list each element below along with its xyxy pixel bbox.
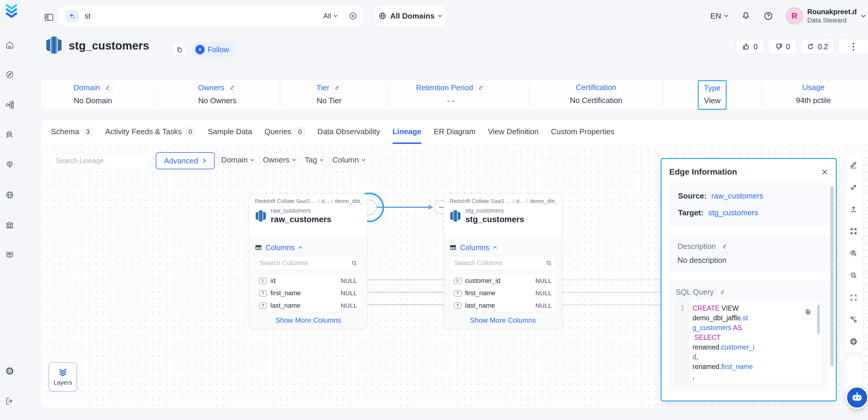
target-link[interactable]: stg_customers bbox=[708, 208, 758, 217]
column-row[interactable]: Tfirst_nameNULL bbox=[450, 287, 556, 299]
column-row[interactable]: 1:customer_idNULL bbox=[450, 275, 556, 287]
tab-custom-properties[interactable]: Custom Properties bbox=[551, 119, 614, 144]
more-actions-button[interactable] bbox=[838, 39, 868, 54]
tab-queries[interactable]: Queries0 bbox=[265, 119, 305, 144]
column-row[interactable]: Tlast_nameNULL bbox=[255, 299, 361, 312]
lineage-search-input[interactable] bbox=[56, 157, 144, 165]
source-link[interactable]: raw_customers bbox=[711, 191, 763, 201]
columns-toggle[interactable]: Columns bbox=[255, 243, 362, 252]
global-search-bar[interactable]: All bbox=[59, 5, 364, 27]
search-scope-dropdown[interactable]: All bbox=[323, 12, 338, 20]
close-icon[interactable] bbox=[821, 169, 828, 176]
advanced-search-button[interactable]: Advanced bbox=[156, 152, 215, 169]
filter-column-dropdown[interactable]: Column bbox=[332, 155, 365, 164]
edit-lineage-icon[interactable] bbox=[850, 161, 857, 169]
lineage-node-stg-customers[interactable]: Redshift Collate SaaS .../ d.../ demo_db… bbox=[444, 193, 562, 329]
search-columns-input[interactable] bbox=[454, 259, 543, 267]
notifications-bell-icon[interactable] bbox=[741, 11, 751, 21]
chevron-down-icon bbox=[334, 14, 338, 18]
code-scrollbar[interactable] bbox=[817, 305, 820, 334]
filter-tag-dropdown[interactable]: Tag bbox=[305, 155, 323, 164]
all-domains-button[interactable]: All Domains bbox=[375, 5, 446, 27]
expand-node-icon[interactable] bbox=[850, 183, 857, 191]
chevron-down-icon bbox=[250, 159, 254, 161]
zoom-out-icon[interactable] bbox=[850, 272, 857, 279]
column-row[interactable]: Tfirst_nameNULL bbox=[255, 287, 361, 299]
navbar-right: EN R Rounakpreet.d Data Steward bbox=[711, 6, 866, 25]
tab-view-definition[interactable]: View Definition bbox=[488, 119, 538, 144]
divider bbox=[388, 82, 388, 107]
sql-code-block: 1 CREATE VIEWdemo_dbt_jaffle.stg_custome… bbox=[676, 301, 822, 384]
version-button[interactable]: 0.2 bbox=[801, 39, 834, 54]
export-lineage-icon[interactable] bbox=[850, 206, 857, 213]
ai-sparkle-icon[interactable] bbox=[66, 9, 79, 22]
meta-retention: Retention Period - - bbox=[416, 83, 486, 105]
zoom-in-icon[interactable] bbox=[850, 249, 857, 257]
panel-scrollbar[interactable] bbox=[830, 186, 834, 367]
explore-compass-icon[interactable] bbox=[5, 70, 15, 80]
copy-sql-button[interactable] bbox=[801, 305, 815, 319]
search-columns-box bbox=[450, 256, 556, 270]
governance-bank-icon[interactable] bbox=[5, 220, 15, 230]
show-more-columns-link[interactable]: Show More Columns bbox=[450, 316, 556, 324]
column-row[interactable]: Tlast_nameNULL bbox=[450, 299, 556, 312]
table-icon bbox=[255, 244, 262, 251]
node-body: Columns 1:idNULL Tfirst_nameNULL Tlast_n… bbox=[250, 238, 367, 328]
lineage-settings-gear-icon[interactable] bbox=[850, 338, 857, 346]
tab-data-observability[interactable]: Data Observability bbox=[317, 119, 380, 144]
edit-description-icon[interactable] bbox=[720, 242, 730, 251]
search-input[interactable] bbox=[84, 11, 318, 21]
edit-sql-icon[interactable] bbox=[718, 287, 727, 297]
user-name: Rounakpreet.d bbox=[807, 7, 857, 16]
column-row[interactable]: 1:idNULL bbox=[255, 275, 361, 287]
show-more-columns-link[interactable]: Show More Columns bbox=[255, 316, 362, 324]
logout-icon[interactable] bbox=[5, 397, 15, 406]
help-icon[interactable] bbox=[764, 11, 773, 21]
filter-owners-dropdown[interactable]: Owners bbox=[263, 155, 296, 164]
settings-gear-icon[interactable] bbox=[5, 367, 15, 376]
column-lineage-edge bbox=[367, 304, 444, 305]
edit-domain-icon[interactable] bbox=[103, 83, 112, 92]
user-menu[interactable]: R Rounakpreet.d Data Steward bbox=[786, 7, 866, 25]
filter-domain-dropdown[interactable]: Domain bbox=[221, 155, 254, 164]
lineage-node-raw-customers[interactable]: Redshift Collate SaaS .../ d.../ demo_db… bbox=[249, 193, 367, 329]
node-header: Redshift Collate SaaS .../ d.../ demo_db… bbox=[250, 194, 367, 238]
edit-tier-icon[interactable] bbox=[332, 83, 342, 92]
domains-globe-icon[interactable] bbox=[5, 190, 15, 200]
upvote-button[interactable]: 0 bbox=[736, 39, 764, 54]
follow-button[interactable]: Follow bbox=[192, 42, 235, 57]
edit-owners-icon[interactable] bbox=[227, 83, 237, 92]
edit-retention-icon[interactable] bbox=[476, 83, 486, 92]
glossary-book-icon[interactable] bbox=[5, 251, 15, 260]
fullscreen-icon[interactable] bbox=[850, 294, 857, 301]
tab-sample-data[interactable]: Sample Data bbox=[208, 119, 252, 144]
home-icon[interactable] bbox=[5, 40, 15, 50]
clear-search-icon[interactable] bbox=[349, 11, 358, 20]
assistant-bot-button[interactable] bbox=[845, 386, 868, 409]
search-columns-input[interactable] bbox=[259, 259, 348, 267]
columns-toggle[interactable]: Columns bbox=[450, 243, 556, 252]
divider bbox=[762, 82, 763, 107]
layers-button[interactable]: Layers bbox=[49, 362, 77, 391]
lineage-flow-icon[interactable] bbox=[5, 100, 15, 110]
share-nodes-icon[interactable] bbox=[850, 316, 857, 323]
tab-activity-feeds[interactable]: Activity Feeds & Tasks0 bbox=[105, 119, 195, 144]
sidebar-toggle-icon[interactable] bbox=[44, 12, 54, 22]
tab-lineage[interactable]: Lineage bbox=[393, 119, 422, 144]
column-lineage-edge bbox=[562, 304, 661, 305]
insights-bulb-icon[interactable] bbox=[5, 160, 15, 170]
edge-source-target-card: Source:raw_customers Target:stg_customer… bbox=[669, 183, 828, 226]
columns-list: 1:idNULL Tfirst_nameNULL Tlast_nameNULL bbox=[255, 274, 362, 312]
column-lineage-edge bbox=[367, 280, 444, 280]
tab-schema[interactable]: Schema3 bbox=[51, 119, 93, 144]
description-text: No description bbox=[678, 256, 820, 265]
lineage-edge[interactable] bbox=[377, 207, 430, 208]
tab-er-diagram[interactable]: ER Diagram bbox=[434, 119, 476, 144]
observability-icon[interactable] bbox=[5, 130, 15, 140]
lineage-canvas[interactable]: Advanced Domain Owners Tag Column bbox=[41, 144, 868, 409]
language-dropdown[interactable]: EN bbox=[711, 11, 728, 21]
edge-information-panel: Edge Information Source:raw_customers Ta… bbox=[661, 158, 837, 401]
downvote-button[interactable]: 0 bbox=[768, 39, 797, 54]
fit-view-icon[interactable] bbox=[850, 228, 857, 235]
copy-name-button[interactable] bbox=[173, 43, 186, 57]
